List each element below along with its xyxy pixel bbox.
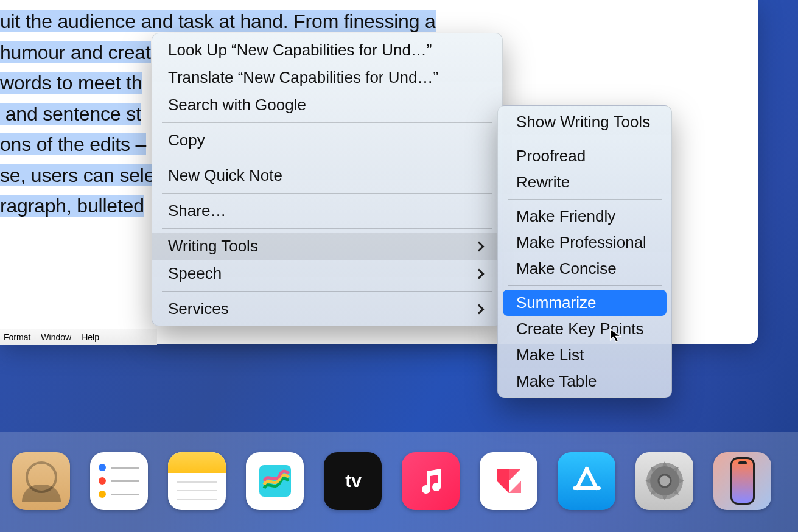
dock-app-contacts[interactable] [12,452,70,510]
dock-area: tv [0,432,798,532]
dock-app-news[interactable] [480,452,537,510]
context-menu: Look Up “New Capabilities for Und…” Tran… [152,33,503,326]
ctx-separator [162,122,492,123]
ctx-item-lookup[interactable]: Look Up “New Capabilities for Und…” [152,37,502,64]
dock-app-settings[interactable] [635,452,693,510]
dock-app-appstore[interactable] [558,452,615,510]
ctx-item-writing-tools[interactable]: Writing Tools [152,233,502,260]
ctx-separator [162,193,492,194]
chevron-right-icon [474,241,485,251]
svg-point-6 [659,475,671,487]
dock-app-tv[interactable]: tv [324,452,382,510]
ctx-separator [162,228,492,229]
menubar-item-help[interactable]: Help [82,332,99,342]
sub-item-make-concise[interactable]: Make Concise [503,256,667,282]
menubar-item-format[interactable]: Format [4,332,30,342]
menubar-item-window[interactable]: Window [41,332,71,342]
sub-item-make-table[interactable]: Make Table [503,368,667,394]
phone-icon [730,457,755,505]
dock: tv [6,444,798,517]
ctx-item-search-google[interactable]: Search with Google [152,91,502,119]
svg-rect-0 [259,465,291,497]
chevron-right-icon [474,304,485,314]
sub-item-rewrite[interactable]: Rewrite [503,169,667,195]
sub-item-make-friendly[interactable]: Make Friendly [503,203,667,229]
sub-item-proofread[interactable]: Proofread [503,143,667,169]
svg-line-1 [577,469,587,488]
dock-app-notes[interactable] [168,452,226,510]
sub-item-create-key-points[interactable]: Create Key Points [503,316,667,342]
sub-item-make-professional[interactable]: Make Professional [503,229,667,256]
dock-app-iphone-mirroring[interactable] [713,452,771,510]
ctx-item-translate[interactable]: Translate “New Capabilities for Und…” [152,64,502,91]
sub-item-make-list[interactable]: Make List [503,342,667,368]
ctx-item-share[interactable]: Share… [152,197,502,225]
ctx-separator [162,158,492,158]
writing-tools-submenu: Show Writing Tools Proofread Rewrite Mak… [497,105,672,398]
svg-line-2 [587,469,597,488]
bottom-window-menubar: Format Window Help [0,329,157,345]
dock-app-freeform[interactable] [246,452,304,510]
sub-separator [508,139,662,139]
dock-app-reminders[interactable] [90,452,148,510]
ctx-item-copy[interactable]: Copy [152,127,502,154]
dock-app-music[interactable] [402,452,460,510]
sub-separator [508,285,662,286]
ctx-separator [162,291,492,292]
sub-item-summarize[interactable]: Summarize [503,290,667,316]
sub-separator [508,199,662,200]
sub-item-show-writing-tools[interactable]: Show Writing Tools [503,109,667,135]
ctx-item-services[interactable]: Services [152,295,502,323]
ctx-item-speech[interactable]: Speech [152,260,502,287]
ctx-item-new-quick-note[interactable]: New Quick Note [152,162,502,189]
chevron-right-icon [474,268,485,279]
